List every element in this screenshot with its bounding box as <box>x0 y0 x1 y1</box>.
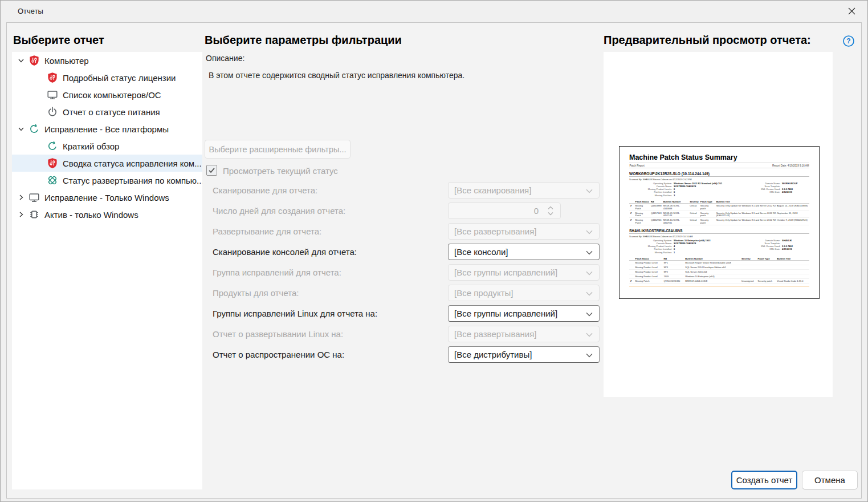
close-icon <box>847 7 856 15</box>
linux-deployment-label: Отчет о развертывании Linux на: <box>213 329 343 339</box>
report-thumbnail: Machine Patch Status Summary Patch Repor… <box>619 146 820 299</box>
combo-value: [Все группы исправлений] <box>454 268 557 277</box>
view-current-status-label: Просмотреть текущий статус <box>223 166 338 176</box>
create-report-button[interactable]: Создать отчет <box>731 471 797 489</box>
dialog-content: Выберите отчет Выберите параметры фильтр… <box>6 22 862 499</box>
chevron-right-icon[interactable] <box>15 193 27 202</box>
filter-params-header: Выберите параметры фильтрации <box>205 34 402 47</box>
chevron-down-icon <box>586 271 593 276</box>
tree-item-label: Подробный статус лицензии <box>63 73 176 83</box>
refresh-icon <box>47 140 58 152</box>
chevron-down-icon <box>586 292 593 296</box>
spinner-value: 0 <box>534 206 539 216</box>
table-row: ✗ Missing PatchQVSCODE1330 MSNS19-0404-C… <box>629 279 809 284</box>
tree-item-label: Актив - только Windows <box>44 210 138 220</box>
tree-item-label: Компьютер <box>44 56 89 66</box>
table-row: ✗ Missing PatchQ4343888 MS18-08-SO81-434… <box>629 204 809 211</box>
tree-item-license-status[interactable]: Подробный статус лицензии <box>12 69 202 86</box>
chip-icon <box>28 209 40 220</box>
patch-table: Patch StatusKB Bulletin NumberSeverity P… <box>629 200 809 225</box>
days-count-label: Число дней для создания отчета: <box>213 206 345 216</box>
combo-value: [Все продукты] <box>454 288 513 298</box>
report-preview-area: Machine Patch Status Summary Patch Repor… <box>604 52 833 397</box>
products-select: [Все продукты] <box>448 285 600 301</box>
title-bar[interactable]: Отчеты <box>1 1 867 22</box>
tree-item-label: Статус развертывания по компью... <box>63 176 202 185</box>
table-row: ✗ Missing PatchQ4457143 MS18-09-SO81-445… <box>629 210 809 218</box>
view-current-status-checkbox <box>206 165 217 176</box>
report-date: Report Date: 4/19/2019 9:16 AM <box>772 164 809 167</box>
advanced-filters-button: Выберите расширенные фильтры... <box>205 140 351 159</box>
deployment-for-report-label: Развертывание для отчета: <box>213 226 321 236</box>
tree-item-label: Краткий обзор <box>63 141 119 151</box>
chevron-down-icon <box>586 230 593 234</box>
scan-for-report-label: Сканирование для отчета: <box>213 185 317 195</box>
linux-patch-groups-select[interactable]: [Все группы исправлений] <box>448 305 600 322</box>
tree-item-machine-patch-status[interactable]: Сводка статуса исправления ком... <box>12 155 202 172</box>
linux-deployment-select: [Все развертывания] <box>448 326 600 342</box>
tree-item-label: Список компьютеров/ОС <box>63 90 161 100</box>
help-button[interactable]: ? <box>842 35 855 47</box>
console-scans-select[interactable]: [Все консоли] <box>448 244 600 260</box>
tree-item-computer[interactable]: Компьютер <box>12 52 202 69</box>
patch-group-label: Группа исправлений для отчета: <box>213 268 341 277</box>
shield-red-icon <box>47 157 58 169</box>
table-row: Missing Product Level1909 Windows 10 Ent… <box>629 274 809 279</box>
combo-value: [Все сканирования] <box>454 185 531 195</box>
chevron-right-icon[interactable] <box>15 210 27 219</box>
select-report-header: Выберите отчет <box>13 34 104 47</box>
monitor-icon <box>28 192 40 203</box>
os-distribution-label: Отчет о распространении ОС на: <box>213 350 344 359</box>
chevron-down-icon[interactable] <box>15 56 27 65</box>
refresh-icon <box>28 123 40 135</box>
os-distribution-select[interactable]: [Все дистрибутивы] <box>448 346 600 363</box>
console-scans-label: Сканирование консолей для отчета: <box>213 247 357 257</box>
tree-item-power-status[interactable]: Отчет о статусе питания <box>12 103 202 120</box>
power-icon <box>47 106 58 118</box>
tree-item-label: Исправление - Все платформы <box>44 124 169 134</box>
chevron-down-icon <box>586 250 593 255</box>
preview-header: Предварительный просмотр отчета: <box>604 34 811 47</box>
patch-table: Patch StatusKB Bulletin NumberSeverity P… <box>629 257 809 284</box>
tree-item-machine-os-list[interactable]: Список компьютеров/ОС <box>12 86 202 103</box>
report-title: Machine Patch Status Summary <box>629 153 809 161</box>
chevron-down-icon <box>586 189 593 193</box>
window-title: Отчеты <box>18 7 43 15</box>
table-row: Missing Product LevelSP1 Microsoft Repor… <box>629 261 809 265</box>
tree-item-label: Исправление - Только Windows <box>44 193 169 203</box>
combo-value: [Все развертывания] <box>454 226 536 236</box>
chevron-down-icon <box>586 353 593 358</box>
checkmark-icon <box>208 167 215 174</box>
scan-for-report-select: [Все сканирования] <box>448 182 600 199</box>
days-count-spinner: 0 <box>448 203 561 219</box>
tree-item-asset-windows-only[interactable]: Актив - только Windows <box>12 206 202 223</box>
spinner-arrows <box>548 206 553 216</box>
linux-patch-groups-label: Группы исправлений Linux для отчета на: <box>213 309 377 318</box>
chevron-up-icon <box>548 206 553 210</box>
svg-text:?: ? <box>846 37 850 45</box>
deployment-for-report-select: [Все развертывания] <box>448 223 600 240</box>
chevron-down-icon <box>586 312 593 317</box>
tree-item-label: Отчет о статусе питания <box>63 107 160 117</box>
cancel-button[interactable]: Отмена <box>802 471 858 489</box>
report-tree: Компьютер Подробный статус лицензии Спис… <box>12 52 202 489</box>
description-label: Описание: <box>206 54 244 63</box>
patch-group-select: [Все группы исправлений] <box>448 264 600 281</box>
combo-value: [Все развертывания] <box>454 329 536 339</box>
help-icon: ? <box>842 35 855 47</box>
tree-item-summary[interactable]: Краткий обзор <box>12 137 202 155</box>
reports-dialog: Отчеты Выберите отчет Выберите параметры… <box>0 0 868 502</box>
combo-value: [Все группы исправлений] <box>454 309 557 318</box>
tree-item-patch-all-platforms[interactable]: Исправление - Все платформы <box>12 120 202 137</box>
chevron-down-icon[interactable] <box>15 124 27 133</box>
tree-item-patch-windows-only[interactable]: Исправление - Только Windows <box>12 189 202 206</box>
chevron-down-icon <box>586 333 593 337</box>
scanned-by: Scanned By: SHAVLIK\Steven.Odinem on 4/1… <box>629 235 809 238</box>
shield-red-icon <box>47 72 58 83</box>
description-text: В этом отчете содержится сводный статус … <box>209 71 464 80</box>
patch-icon <box>47 175 58 186</box>
close-button[interactable] <box>839 2 864 20</box>
tree-item-deployment-status[interactable]: Статус развертывания по компью... <box>12 172 202 189</box>
shield-red-icon <box>28 55 40 66</box>
products-label: Продукты для отчета: <box>213 288 299 298</box>
